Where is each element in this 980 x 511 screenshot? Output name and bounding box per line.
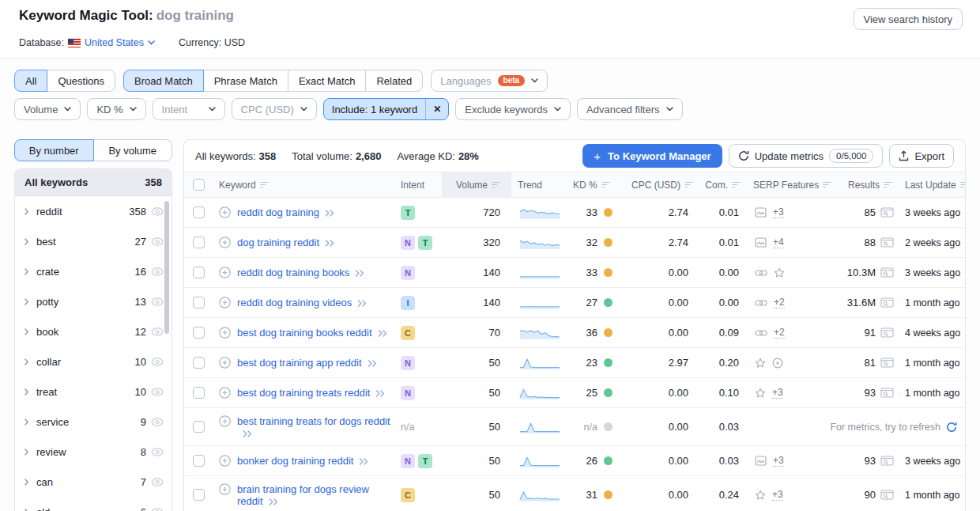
match-tab-all[interactable]: All: [14, 70, 47, 92]
keyword-link[interactable]: reddit dog training: [237, 206, 335, 218]
plus-circle-icon[interactable]: [219, 327, 231, 339]
column-header-keyword[interactable]: Keyword: [213, 172, 394, 197]
serp-features-more[interactable]: +3: [773, 455, 784, 467]
refresh-blue-icon[interactable]: [946, 422, 957, 433]
row-checkbox[interactable]: [193, 297, 205, 308]
serp-preview-icon[interactable]: [880, 237, 894, 248]
serp-preview-icon[interactable]: [880, 297, 894, 308]
column-header-intent[interactable]: Intent: [394, 172, 442, 197]
column-header-com[interactable]: Com.: [699, 172, 747, 197]
double-chevron-icon[interactable]: [378, 330, 388, 337]
refresh-blue-icon[interactable]: [966, 358, 967, 369]
column-header-cpc-usd[interactable]: CPC (USD): [622, 172, 699, 197]
sidebar-toggle-by-number[interactable]: By number: [14, 139, 94, 161]
double-chevron-icon[interactable]: [368, 360, 378, 367]
plus-circle-icon[interactable]: [219, 415, 231, 427]
match-tab-phrase-match[interactable]: Phrase Match: [203, 70, 288, 92]
keyword-link[interactable]: dog training reddit: [237, 237, 335, 248]
double-chevron-icon[interactable]: [355, 270, 365, 277]
column-header-results[interactable]: Results: [834, 172, 899, 197]
select-all-checkbox[interactable]: [193, 179, 205, 191]
sidebar-group-service[interactable]: service 9: [15, 407, 172, 437]
double-chevron-icon[interactable]: [357, 300, 368, 307]
row-checkbox[interactable]: [193, 267, 205, 278]
serp-preview-icon[interactable]: [880, 388, 894, 398]
keyword-link[interactable]: best dog training app reddit: [237, 357, 378, 369]
eye-icon[interactable]: [151, 207, 164, 216]
column-header-trend[interactable]: Trend: [511, 172, 567, 197]
row-checkbox[interactable]: [193, 327, 205, 339]
double-chevron-icon[interactable]: [243, 430, 253, 437]
to-keyword-manager-button[interactable]: + To Keyword Manager: [582, 144, 722, 168]
plus-circle-icon[interactable]: [219, 297, 231, 308]
sidebar-group-treat[interactable]: treat 10: [15, 377, 172, 407]
plus-circle-icon[interactable]: [219, 387, 231, 399]
match-tab-exact-match[interactable]: Exact Match: [288, 70, 367, 92]
eye-icon[interactable]: [151, 508, 164, 511]
column-header-last-update[interactable]: Last Update: [899, 172, 966, 197]
column-header-volume[interactable]: Volume: [442, 172, 511, 197]
keyword-link[interactable]: best training treats for dogs reddit: [237, 415, 393, 439]
refresh-blue-icon[interactable]: [966, 388, 967, 399]
export-button[interactable]: Export: [889, 144, 954, 168]
double-chevron-icon[interactable]: [269, 498, 279, 505]
view-search-history-button[interactable]: View search history: [854, 8, 963, 30]
row-checkbox[interactable]: [193, 489, 205, 501]
eye-icon[interactable]: [151, 358, 164, 366]
eye-icon[interactable]: [151, 297, 164, 306]
sidebar-group-potty[interactable]: potty 13: [15, 286, 172, 316]
serp-features-more[interactable]: +3: [772, 387, 783, 399]
serp-features-more[interactable]: +3: [772, 489, 783, 501]
column-header-kd[interactable]: KD %: [567, 172, 622, 197]
double-chevron-icon[interactable]: [375, 390, 386, 397]
row-checkbox[interactable]: [193, 387, 205, 399]
plus-circle-icon[interactable]: [219, 483, 231, 495]
row-checkbox[interactable]: [193, 206, 205, 218]
double-chevron-icon[interactable]: [325, 240, 335, 247]
match-tab-broad-match[interactable]: Broad Match: [123, 70, 204, 92]
plus-circle-icon[interactable]: [219, 206, 231, 218]
refresh-blue-icon[interactable]: [966, 297, 967, 308]
sidebar-toggle-by-volume[interactable]: By volume: [93, 139, 173, 161]
kd-filter-dropdown[interactable]: KD %: [87, 98, 145, 120]
plus-circle-icon[interactable]: [219, 267, 231, 278]
sidebar-group-collar[interactable]: collar 10: [15, 346, 172, 377]
all-keywords-header[interactable]: All keywords 358: [15, 169, 172, 196]
match-tab-questions[interactable]: Questions: [47, 70, 115, 92]
serp-features-more[interactable]: +3: [773, 206, 784, 218]
serp-preview-icon[interactable]: [880, 456, 894, 466]
sidebar-group-old[interactable]: old 6: [15, 497, 172, 511]
keyword-link[interactable]: bonker dog training reddit: [237, 455, 369, 467]
row-checkbox[interactable]: [193, 455, 205, 467]
keyword-link[interactable]: reddit dog training books: [237, 267, 365, 278]
serp-preview-icon[interactable]: [880, 327, 894, 338]
eye-icon[interactable]: [151, 237, 164, 246]
volume-filter-dropdown[interactable]: Volume: [14, 98, 81, 120]
refresh-blue-icon[interactable]: [966, 490, 967, 501]
serp-features-more[interactable]: +4: [773, 237, 784, 248]
sidebar-group-best[interactable]: best 27: [15, 226, 172, 256]
sidebar-scrollbar[interactable]: [164, 201, 169, 334]
row-checkbox[interactable]: [193, 421, 205, 433]
exclude-keywords-filter-dropdown[interactable]: Exclude keywords: [455, 98, 571, 120]
serp-preview-icon[interactable]: [880, 490, 894, 500]
double-chevron-icon[interactable]: [325, 210, 335, 217]
languages-dropdown[interactable]: Languages beta: [431, 70, 548, 92]
serp-preview-icon[interactable]: [880, 358, 894, 368]
keyword-link[interactable]: brain training for dogs review reddit: [237, 483, 393, 507]
sidebar-group-crate[interactable]: crate 16: [15, 256, 172, 286]
row-checkbox[interactable]: [193, 357, 205, 369]
eye-icon[interactable]: [151, 448, 164, 456]
eye-icon[interactable]: [151, 418, 164, 426]
advanced-filters-filter-dropdown[interactable]: Advanced filters: [577, 98, 683, 120]
eye-icon[interactable]: [151, 388, 164, 396]
sidebar-group-reddit[interactable]: reddit 358: [15, 196, 172, 226]
sidebar-group-book[interactable]: book 12: [15, 316, 172, 346]
serp-preview-icon[interactable]: [880, 267, 894, 278]
plus-circle-icon[interactable]: [219, 237, 231, 248]
database-selector[interactable]: United States: [85, 37, 155, 48]
match-tab-related[interactable]: Related: [365, 70, 423, 92]
plus-circle-icon[interactable]: [219, 455, 231, 467]
keyword-link[interactable]: best dog training treats reddit: [237, 387, 386, 399]
double-chevron-icon[interactable]: [359, 458, 369, 465]
